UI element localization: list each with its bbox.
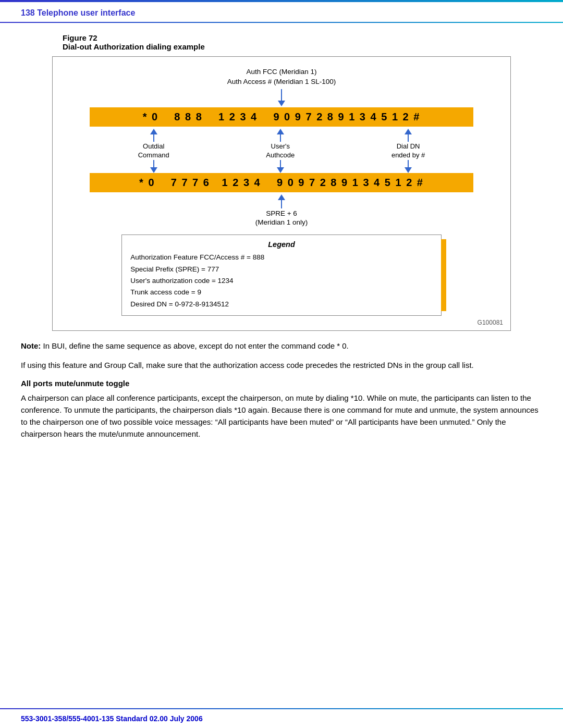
page-container: 138 Telephone user interface Figure 72 D… bbox=[0, 0, 563, 728]
auth-labels: Auth FCC (Meridian 1) Auth Access # (Mer… bbox=[68, 67, 495, 87]
main-content: Figure 72 Dial-out Authorization dialing… bbox=[0, 33, 563, 578]
diagram-code: G100081 bbox=[478, 319, 503, 326]
figure-title: Dial-out Authorization dialing example bbox=[63, 42, 542, 51]
note-paragraph: Note: In BUI, define the same sequence a… bbox=[21, 340, 542, 352]
auth-line1: Auth FCC (Meridian 1) bbox=[68, 67, 495, 77]
spre-arrowhead bbox=[278, 194, 285, 200]
arrowhead-down-left bbox=[150, 167, 157, 173]
arrow-composite bbox=[278, 89, 285, 106]
body-para-1: If using this feature and Group Call, ma… bbox=[21, 359, 542, 371]
ann-mid-text: User'sAuthcode bbox=[266, 142, 295, 160]
ann-left-text: OutdialCommand bbox=[138, 142, 169, 160]
dial-row-1-text: * 0 8 8 8 1 2 3 4 9 0 9 7 2 8 9 1 3 4 5 … bbox=[143, 111, 421, 123]
dial-row-2-text: * 0 7 7 7 6 1 2 3 4 9 0 9 7 2 8 9 1 3 4 … bbox=[139, 177, 424, 189]
arrowhead bbox=[278, 101, 285, 106]
spre-label: SPRE + 6 bbox=[266, 208, 297, 219]
ann-right-text: Dial DNended by # bbox=[391, 142, 425, 160]
figure-caption: Figure 72 Dial-out Authorization dialing… bbox=[21, 33, 542, 51]
note-label: Note: bbox=[21, 341, 41, 350]
header-title: 138 Telephone user interface bbox=[21, 8, 135, 18]
spre-sub: (Meridian 1 only) bbox=[255, 218, 308, 226]
legend-box: Legend Authorization Feature FCC/Access … bbox=[121, 235, 442, 315]
arrowhead-down-mid bbox=[277, 167, 284, 173]
diagram-box: Auth FCC (Meridian 1) Auth Access # (Mer… bbox=[52, 56, 511, 331]
arrowhead-up-left bbox=[150, 129, 157, 134]
v-line bbox=[281, 89, 282, 101]
spacer bbox=[0, 578, 563, 708]
arrowhead-up-right bbox=[405, 129, 412, 134]
dial-row-1: * 0 8 8 8 1 2 3 4 9 0 9 7 2 8 9 1 3 4 5 … bbox=[90, 107, 473, 127]
note-text: In BUI, define the same sequence as abov… bbox=[41, 341, 348, 350]
legend-item-4: Desired DN = 0-972-8-9134512 bbox=[130, 299, 433, 310]
legend-right-bar bbox=[441, 239, 446, 311]
legend-items: Authorization Feature FCC/Access # = 888… bbox=[130, 252, 433, 310]
legend-item-3: Trunk access code = 9 bbox=[130, 287, 433, 298]
auth-arrow-down bbox=[68, 89, 495, 106]
figure-number: Figure 72 bbox=[63, 33, 542, 42]
footer-text: 553-3001-358/555-4001-135 Standard 02.00… bbox=[21, 714, 203, 723]
ann-mid: User'sAuthcode bbox=[266, 129, 295, 173]
spre-area: SPRE + 6 (Meridian 1 only) bbox=[68, 192, 495, 231]
header-rule bbox=[0, 22, 563, 23]
legend-title: Legend bbox=[130, 240, 433, 249]
legend-item-2: User's authorization code = 1234 bbox=[130, 275, 433, 287]
dial-row-2: * 0 7 7 7 6 1 2 3 4 9 0 9 7 2 8 9 1 3 4 … bbox=[90, 173, 473, 192]
header: 138 Telephone user interface bbox=[0, 2, 563, 22]
arrowhead-down-right bbox=[405, 167, 412, 173]
body-para-2: A chairperson can place all conference p… bbox=[21, 392, 542, 440]
legend-item-0: Authorization Feature FCC/Access # = 888 bbox=[130, 252, 433, 263]
footer: 553-3001-358/555-4001-135 Standard 02.00… bbox=[0, 709, 563, 728]
section-heading: All ports mute/unmute toggle bbox=[21, 379, 542, 388]
ann-right: Dial DNended by # bbox=[391, 129, 425, 173]
arrowhead-up-mid bbox=[277, 129, 284, 134]
auth-line2: Auth Access # (Meridian 1 SL-100) bbox=[68, 77, 495, 87]
legend-item-1: Special Prefix (SPRE) = 777 bbox=[130, 264, 433, 275]
ann-left: OutdialCommand bbox=[138, 129, 169, 173]
